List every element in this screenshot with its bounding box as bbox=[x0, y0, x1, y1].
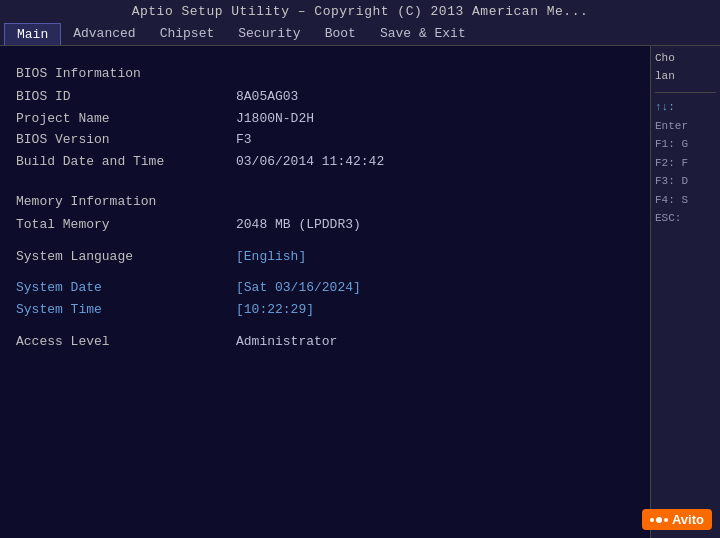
system-time-value[interactable]: [10:22:29] bbox=[236, 300, 314, 321]
nav-bar: Main Advanced Chipset Security Boot Save… bbox=[0, 23, 720, 46]
system-time-label[interactable]: System Time bbox=[16, 300, 236, 321]
system-language-label: System Language bbox=[16, 247, 236, 268]
bios-version-label: BIOS Version bbox=[16, 130, 236, 151]
project-name-value: J1800N-D2H bbox=[236, 109, 314, 130]
sidebar-title-1: Cho bbox=[655, 52, 716, 64]
avito-text: Avito bbox=[672, 512, 704, 527]
table-row: BIOS ID 8A05AG03 bbox=[16, 87, 634, 108]
table-row: BIOS Version F3 bbox=[16, 130, 634, 151]
project-name-label: Project Name bbox=[16, 109, 236, 130]
bios-version-value: F3 bbox=[236, 130, 252, 151]
avito-dot-3 bbox=[664, 518, 668, 522]
table-row: Build Date and Time 03/06/2014 11:42:42 bbox=[16, 152, 634, 173]
system-language-value: [English] bbox=[236, 247, 306, 268]
sidebar-divider bbox=[655, 92, 716, 93]
sidebar-title-2: lan bbox=[655, 70, 716, 82]
avito-dot-1 bbox=[650, 518, 654, 522]
sidebar-f4: F4: S bbox=[655, 192, 716, 209]
memory-info-title: Memory Information bbox=[16, 192, 634, 213]
title-text: Aptio Setup Utility – Copyright (C) 2013… bbox=[132, 4, 589, 19]
table-row: System Language [English] bbox=[16, 247, 634, 268]
tab-save-exit[interactable]: Save & Exit bbox=[368, 23, 478, 45]
main-content: BIOS Information BIOS ID 8A05AG03 Projec… bbox=[0, 46, 720, 538]
bios-info-title: BIOS Information bbox=[16, 64, 634, 85]
tab-main[interactable]: Main bbox=[4, 23, 61, 45]
table-row: Access Level Administrator bbox=[16, 332, 634, 353]
avito-dot-2 bbox=[656, 517, 662, 523]
tab-advanced[interactable]: Advanced bbox=[61, 23, 147, 45]
tab-chipset[interactable]: Chipset bbox=[148, 23, 227, 45]
total-memory-value: 2048 MB (LPDDR3) bbox=[236, 215, 361, 236]
avito-watermark: Avito bbox=[642, 509, 712, 530]
sidebar-esc: ESC: bbox=[655, 210, 716, 227]
content-panel: BIOS Information BIOS ID 8A05AG03 Projec… bbox=[0, 46, 650, 538]
sidebar-f3: F3: D bbox=[655, 173, 716, 190]
tab-boot[interactable]: Boot bbox=[313, 23, 368, 45]
bios-id-value: 8A05AG03 bbox=[236, 87, 298, 108]
sidebar-enter: Enter bbox=[655, 118, 716, 135]
avito-dots-icon bbox=[650, 517, 668, 523]
tab-security[interactable]: Security bbox=[226, 23, 312, 45]
sidebar-f1: F1: G bbox=[655, 136, 716, 153]
table-row[interactable]: System Date [Sat 03/16/2024] bbox=[16, 278, 634, 299]
table-row: Project Name J1800N-D2H bbox=[16, 109, 634, 130]
access-level-label: Access Level bbox=[16, 332, 236, 353]
table-row[interactable]: System Time [10:22:29] bbox=[16, 300, 634, 321]
sidebar: Cho lan ↑↓: Enter F1: G F2: F F3: D F4: … bbox=[650, 46, 720, 538]
access-level-value: Administrator bbox=[236, 332, 337, 353]
system-date-label[interactable]: System Date bbox=[16, 278, 236, 299]
build-date-label: Build Date and Time bbox=[16, 152, 236, 173]
bios-screen: Aptio Setup Utility – Copyright (C) 2013… bbox=[0, 0, 720, 538]
sidebar-f2: F2: F bbox=[655, 155, 716, 172]
system-date-value[interactable]: [Sat 03/16/2024] bbox=[236, 278, 361, 299]
table-row: Total Memory 2048 MB (LPDDR3) bbox=[16, 215, 634, 236]
title-bar: Aptio Setup Utility – Copyright (C) 2013… bbox=[0, 0, 720, 23]
bios-id-label: BIOS ID bbox=[16, 87, 236, 108]
sidebar-nav-arrows: ↑↓: bbox=[655, 99, 716, 116]
total-memory-label: Total Memory bbox=[16, 215, 236, 236]
build-date-value: 03/06/2014 11:42:42 bbox=[236, 152, 384, 173]
